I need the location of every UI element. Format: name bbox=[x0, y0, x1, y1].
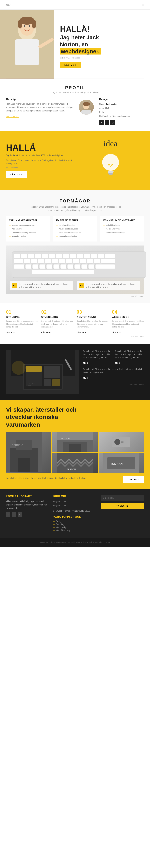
contact-col-3: TACKA IN bbox=[101, 495, 144, 532]
avatar-icon bbox=[79, 100, 94, 115]
svg-rect-29 bbox=[98, 253, 104, 258]
email-field[interactable] bbox=[101, 495, 144, 501]
hero-name: Jag heter Jack Norton, en webbdesigner. bbox=[60, 34, 144, 55]
brand-img-shop-1: BOUTIQUE bbox=[6, 432, 51, 473]
idea-script: idea bbox=[104, 139, 118, 148]
dark-left: mockup design. bbox=[6, 350, 79, 394]
instagram-icon[interactable]: ◻ bbox=[110, 120, 115, 125]
svg-rect-48 bbox=[46, 265, 52, 269]
svg-rect-75 bbox=[6, 432, 42, 472]
list-item: — Tagline-utformning bbox=[103, 227, 141, 231]
footer-text: Sample text. Click to select the text bo… bbox=[6, 541, 144, 544]
service-text-1: Sample text. Click to select the text bo… bbox=[6, 320, 38, 328]
brand-bottom: Sample text. Click to select the text bo… bbox=[6, 476, 144, 483]
svg-rect-41 bbox=[87, 259, 93, 264]
profile-avatar-container bbox=[77, 98, 95, 125]
formaga-card-1: VARUMÄRKESSTRATEGI — Revision av varumär… bbox=[6, 216, 50, 242]
profile-name-detail: Namn: Jack Norton Ålder: 25:0 Plats: Her… bbox=[99, 102, 144, 118]
service-item-3: — Webbdesign bbox=[53, 526, 97, 529]
header-nav: • • • ≡ bbox=[128, 2, 144, 7]
formaga-cards: VARUMÄRKESSTRATEGI — Revision av varumär… bbox=[6, 216, 144, 242]
dark-card-link-1[interactable]: MER bbox=[83, 362, 88, 364]
footer: Sample text. Click to select the text bo… bbox=[0, 538, 150, 547]
svg-rect-35 bbox=[45, 259, 51, 264]
twitter-icon[interactable]: t bbox=[105, 120, 109, 125]
nav-item-3[interactable]: • bbox=[138, 4, 138, 6]
svg-rect-18 bbox=[21, 253, 27, 258]
example-text-1: Sample text. Click to select the text bo… bbox=[19, 283, 71, 288]
form-submit-btn[interactable]: TACKA IN bbox=[101, 503, 144, 509]
card2-list: — Visuell positionering — Visuellt ident… bbox=[56, 223, 93, 238]
tomran-illustration: TOMRAN bbox=[99, 453, 144, 473]
phone-title: RING MIG bbox=[53, 495, 97, 498]
svg-rect-62 bbox=[26, 366, 42, 372]
profile-about-text: I am an all-round web developer. I am a … bbox=[6, 102, 73, 113]
nav-item-2[interactable]: • bbox=[133, 4, 134, 6]
dark-card-link-2[interactable]: MER bbox=[115, 362, 120, 364]
svg-rect-51 bbox=[67, 265, 73, 269]
svg-rect-38 bbox=[66, 259, 72, 264]
contact-linkedin-icon[interactable]: in bbox=[18, 512, 23, 517]
svg-point-4 bbox=[24, 25, 25, 27]
dark-card-3: Sample text. Click to select the text bo… bbox=[83, 368, 144, 379]
list-item: — Visuell positionering bbox=[56, 223, 93, 227]
svg-text:design.: design. bbox=[28, 384, 34, 386]
svg-point-67 bbox=[11, 361, 26, 375]
svg-rect-31 bbox=[14, 259, 23, 264]
facebook-icon[interactable]: f bbox=[99, 120, 104, 125]
idea-btn[interactable]: LÄS MER bbox=[6, 172, 27, 178]
svg-rect-45 bbox=[26, 265, 31, 269]
formaga-title: FÖRMÅGOR bbox=[6, 196, 144, 205]
list-item: — Varumärkesapplikation bbox=[56, 235, 93, 238]
contact-facebook-icon[interactable]: f bbox=[6, 512, 10, 517]
svg-rect-53 bbox=[81, 265, 87, 269]
service-num-2: 02 bbox=[41, 309, 74, 315]
idea-sample: Sample text. Click to select the text bo… bbox=[6, 159, 73, 165]
dark-card-text-1: Sample text. Click to select the text bo… bbox=[83, 350, 112, 359]
mockup-illustration: mockup design. bbox=[11, 350, 75, 394]
svg-rect-39 bbox=[73, 259, 79, 264]
example-num-1: 01 bbox=[11, 283, 17, 288]
profile-read-more[interactable]: Blätt till Frmskt bbox=[6, 116, 19, 118]
idea-section: HALLÅ Jag är lite stolt med att arbeta ö… bbox=[0, 131, 150, 190]
hero-btn[interactable]: LÄS MER bbox=[60, 62, 81, 68]
service-link-2[interactable]: LÄS MER bbox=[41, 331, 51, 333]
profile-grid: Om mig I am an all-round web developer. … bbox=[6, 98, 144, 125]
store-illustration: PRINTERIE bbox=[52, 432, 98, 452]
svg-rect-30 bbox=[105, 253, 115, 258]
svg-point-12 bbox=[83, 102, 90, 106]
svg-rect-14 bbox=[108, 173, 113, 174]
example-1: 01 Sample text. Click to select the text… bbox=[10, 281, 73, 290]
keyboard-illustration bbox=[10, 250, 148, 280]
keyboard-area: 01 Sample text. Click to select the text… bbox=[6, 246, 144, 294]
service-link-4[interactable]: LÄS MER bbox=[112, 331, 122, 333]
dark-section: mockup design. Sample text. Click to sel… bbox=[0, 344, 150, 400]
nav-item-1[interactable]: • bbox=[128, 4, 129, 6]
service-2: 02 Utveckling Sample text. Click to sele… bbox=[41, 309, 74, 334]
dark-card-link-3[interactable]: MER bbox=[83, 377, 88, 379]
avatar bbox=[79, 100, 94, 115]
contact-text: Vi kan samverka tillräckligt, giga proba… bbox=[6, 500, 49, 510]
svg-rect-54 bbox=[88, 265, 95, 269]
svg-rect-64 bbox=[44, 379, 51, 386]
svg-rect-42 bbox=[94, 259, 100, 264]
logo-illustration-1: LOGO bbox=[112, 437, 130, 447]
service-text-2: Sample text. Click to select the text bo… bbox=[41, 320, 74, 328]
svg-rect-20 bbox=[35, 253, 41, 258]
list-item: — Publikanalys bbox=[9, 227, 47, 231]
service-num-4: 04 bbox=[112, 309, 144, 315]
service-link-3[interactable]: LÄS MER bbox=[77, 331, 86, 333]
hamburger-icon[interactable]: ≡ bbox=[142, 2, 144, 7]
contact-twitter-icon[interactable]: t bbox=[12, 512, 16, 517]
profile-details-title: Detaljer bbox=[99, 98, 144, 101]
service-4: 04 Webbdesign Sample text. Click to sele… bbox=[112, 309, 144, 334]
contact-social: f t in bbox=[6, 512, 49, 517]
brand-btn[interactable]: LÄS MER bbox=[123, 476, 144, 483]
svg-rect-52 bbox=[74, 265, 80, 269]
service-num-1: 01 bbox=[6, 309, 38, 315]
top-services-list: — Design — Branding — Webbdesign — Webbf… bbox=[53, 520, 97, 532]
dark-card-text-3: Sample text. Click to select the text bo… bbox=[83, 368, 144, 374]
svg-rect-55 bbox=[96, 265, 115, 269]
example-2: 02 Sample text. Click to select the text… bbox=[77, 281, 140, 290]
service-link-1[interactable]: LÄS MER bbox=[6, 331, 15, 333]
